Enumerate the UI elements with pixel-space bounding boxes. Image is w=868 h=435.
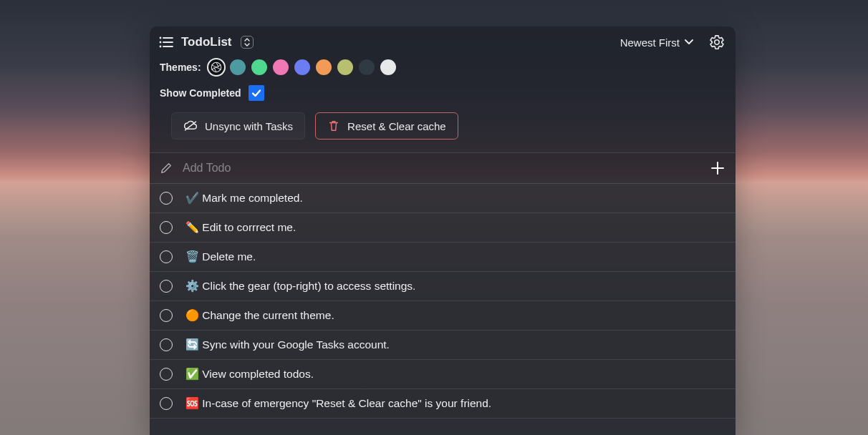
svg-point-4 [160,46,162,48]
unsync-button[interactable]: Unsync with Tasks [171,112,305,140]
theme-swatch[interactable] [251,59,267,75]
show-completed-label: Show Completed [160,87,241,99]
todo-text: ✔️ Mark me completed. [185,192,725,205]
theme-swatch[interactable] [294,59,310,75]
todo-text: 🟠 Change the current theme. [185,309,725,322]
sort-label: Newest First [620,36,680,49]
theme-swatch[interactable] [273,59,289,75]
aperture-icon [211,62,222,73]
list-switcher[interactable] [241,36,254,49]
theme-swatch[interactable] [380,59,396,75]
add-todo-input[interactable] [183,162,700,175]
unsync-label: Unsync with Tasks [205,120,293,132]
list-title: TodoList [181,35,232,49]
pencil-icon [160,162,173,175]
todo-text: 🆘 In-case of emergency "Reset & Clear ca… [185,397,725,410]
theme-swatch[interactable] [337,59,353,75]
header-bar: TodoList Newest First [150,26,736,58]
list-item[interactable]: 🔄 Sync with your Google Tasks account. [150,331,736,360]
list-item[interactable]: 🗑️ Delete me. [150,243,736,272]
trash-icon [327,119,340,132]
complete-toggle[interactable] [160,221,173,234]
theme-swatch[interactable] [316,59,332,75]
list-menu-icon[interactable] [158,34,174,50]
todo-text: 🗑️ Delete me. [185,250,725,263]
todo-text: ⚙️ Click the gear (top-right) to access … [185,280,725,293]
themes-label: Themes: [160,62,201,73]
reset-label: Reset & Clear cache [347,120,446,132]
todo-list: ✔️ Mark me completed.✏️ Edit to corrrect… [150,184,736,435]
list-item[interactable]: ✏️ Edit to corrrect me. [150,213,736,243]
complete-toggle[interactable] [160,338,173,351]
complete-toggle[interactable] [160,397,173,410]
reset-button[interactable]: Reset & Clear cache [315,112,458,140]
show-completed-row: Show Completed [160,85,725,101]
check-icon [251,87,262,99]
add-todo-row [150,152,736,184]
list-item[interactable]: ⚙️ Click the gear (top-right) to access … [150,272,736,301]
settings-buttons: Unsync with Tasks Reset & Clear cache [160,112,725,140]
complete-toggle[interactable] [160,192,173,205]
settings-panel: Themes: Show Completed [150,58,736,152]
theme-swatch[interactable] [230,59,246,75]
themes-row: Themes: [160,59,725,75]
complete-toggle[interactable] [160,250,173,263]
theme-swatches [208,59,396,75]
complete-toggle[interactable] [160,368,173,381]
plus-icon [711,162,724,175]
svg-point-0 [160,37,162,39]
gear-icon [709,34,725,50]
show-completed-checkbox[interactable] [249,85,264,101]
todo-text: ✅ View completed todos. [185,368,725,381]
complete-toggle[interactable] [160,309,173,322]
list-item[interactable]: ✔️ Mark me completed. [150,184,736,213]
theme-system[interactable] [208,59,224,75]
theme-swatch[interactable] [359,59,375,75]
svg-point-2 [160,41,162,44]
sort-dropdown[interactable]: Newest First [620,36,694,49]
complete-toggle[interactable] [160,280,173,293]
cloud-off-icon [183,119,198,132]
chevron-down-icon [684,39,694,46]
list-item[interactable]: ✅ View completed todos. [150,360,736,389]
add-todo-button[interactable] [710,160,725,176]
list-item[interactable]: 🟠 Change the current theme. [150,301,736,331]
todo-text: 🔄 Sync with your Google Tasks account. [185,338,725,351]
todo-text: ✏️ Edit to corrrect me. [185,221,725,234]
list-item[interactable]: 🆘 In-case of emergency "Reset & Clear ca… [150,389,736,419]
settings-button[interactable] [708,34,725,51]
app-panel: TodoList Newest First Themes: [150,26,736,435]
